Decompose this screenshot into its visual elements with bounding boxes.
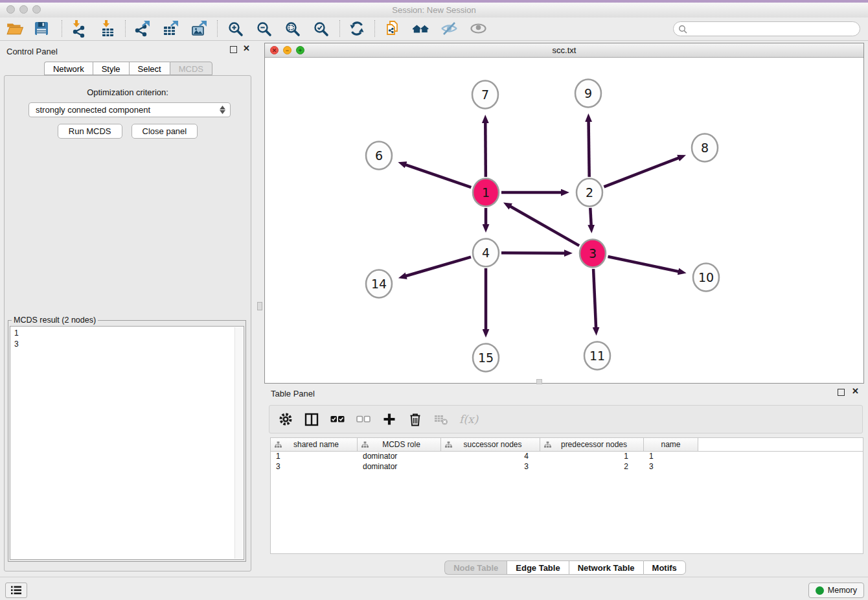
import-table-button[interactable] xyxy=(95,18,120,39)
close-table-panel-icon[interactable]: ✕ xyxy=(852,387,859,395)
memory-button[interactable]: Memory xyxy=(808,583,864,598)
graph-edge-3-11[interactable] xyxy=(593,269,596,328)
column-type-icon xyxy=(544,441,551,448)
graph-edge-2-3[interactable] xyxy=(590,208,591,225)
status-bar: Memory xyxy=(0,577,868,600)
table-toolbar: f(x) xyxy=(269,405,863,433)
duplicate-network-icon xyxy=(384,20,401,37)
zoom-in-button[interactable] xyxy=(223,18,247,39)
float-table-panel-icon[interactable] xyxy=(838,389,845,397)
graph-node-label: 1 xyxy=(482,185,490,200)
table-settings-button[interactable] xyxy=(278,411,293,427)
select-all-button[interactable] xyxy=(330,411,345,427)
search-field[interactable] xyxy=(673,21,860,36)
export-network-button[interactable] xyxy=(130,18,154,39)
toolbar-separator xyxy=(125,20,126,37)
column-header-successor-nodes[interactable]: successor nodes xyxy=(441,438,540,452)
graph-node-label: 8 xyxy=(701,141,709,155)
deselect-all-button[interactable] xyxy=(356,411,371,427)
tab-motifs[interactable]: Motifs xyxy=(643,560,686,575)
vertical-splitter-handle[interactable] xyxy=(257,302,262,310)
task-history-button[interactable] xyxy=(5,583,27,598)
criterion-dropdown[interactable]: strongly connected component xyxy=(29,102,231,117)
delete-column-button[interactable] xyxy=(407,411,423,427)
network-window-titlebar[interactable]: ✕ − + scc.txt xyxy=(265,43,863,58)
graph-node-label: 6 xyxy=(375,148,383,163)
trash-icon xyxy=(409,413,422,426)
zoom-out-button[interactable] xyxy=(251,18,276,39)
checked-boxes-icon xyxy=(330,415,345,424)
column-header-shared-name[interactable]: shared name xyxy=(271,438,358,452)
refresh-button[interactable] xyxy=(345,18,369,39)
node-table[interactable]: shared name MCDS role successor nodes pr… xyxy=(270,437,863,554)
memory-label: Memory xyxy=(828,586,857,595)
result-scrollbar[interactable] xyxy=(234,327,243,559)
import-table-icon xyxy=(99,19,117,38)
open-session-button[interactable] xyxy=(3,18,27,39)
graph-edge-3-1[interactable] xyxy=(510,206,579,246)
mcds-result-legend: MCDS result (2 nodes) xyxy=(12,316,98,325)
mcds-result-textarea[interactable]: 1 3 xyxy=(10,326,244,560)
graph-edge-2-8[interactable] xyxy=(604,158,679,187)
control-panel-tabs: Network Style Select MCDS xyxy=(0,62,257,75)
close-panel-button[interactable]: Close panel xyxy=(131,124,198,139)
tab-select[interactable]: Select xyxy=(129,62,170,75)
show-columns-button[interactable] xyxy=(304,411,319,427)
column-type-icon xyxy=(275,441,282,448)
zoom-selected-button[interactable] xyxy=(308,18,333,39)
cell-mcds-role: dominator xyxy=(358,452,441,462)
hide-selected-button[interactable] xyxy=(437,18,461,39)
tab-network-table[interactable]: Network Table xyxy=(569,560,643,575)
table-row[interactable]: 1 dominator 4 1 1 xyxy=(271,452,863,462)
graph-node-label: 9 xyxy=(584,86,592,100)
horizontal-splitter-handle[interactable] xyxy=(536,379,542,384)
gear-icon xyxy=(279,412,293,426)
graph-node-label: 14 xyxy=(371,277,387,291)
tab-node-table[interactable]: Node Table xyxy=(444,560,507,575)
column-header-predecessor-nodes[interactable]: predecessor nodes xyxy=(540,438,644,452)
column-header-name[interactable]: name xyxy=(644,438,698,452)
table-row[interactable]: 3 dominator 3 2 3 xyxy=(271,462,863,472)
delete-table-icon xyxy=(434,413,448,425)
duplicate-network-button[interactable] xyxy=(380,18,405,39)
cell-mcds-role: dominator xyxy=(358,462,441,472)
tab-network[interactable]: Network xyxy=(44,62,93,75)
show-all-button[interactable] xyxy=(466,18,490,39)
toolbar-separator xyxy=(374,20,375,37)
float-panel-icon[interactable] xyxy=(230,46,237,54)
control-panel: Control Panel ✕ Network Style Select MCD… xyxy=(0,40,257,577)
run-mcds-button[interactable]: Run MCDS xyxy=(58,124,122,139)
graph-edge-1-7[interactable] xyxy=(485,122,486,177)
export-image-icon xyxy=(190,20,208,38)
cell-shared-name: 1 xyxy=(271,452,358,462)
search-input[interactable] xyxy=(690,24,860,34)
graph-node-label: 4 xyxy=(482,246,490,260)
tab-edge-table[interactable]: Edge Table xyxy=(507,560,568,575)
graph-edge-2-9[interactable] xyxy=(589,121,589,177)
home-layout-button[interactable] xyxy=(408,18,433,39)
export-image-button[interactable] xyxy=(187,18,211,39)
graph-node-label: 10 xyxy=(698,270,714,284)
zoom-fit-button[interactable] xyxy=(280,18,304,39)
column-header-mcds-role[interactable]: MCDS role xyxy=(358,438,441,452)
graph-edge-3-10[interactable] xyxy=(608,257,678,271)
close-panel-icon[interactable]: ✕ xyxy=(243,45,250,52)
graph-edge-1-6[interactable] xyxy=(405,165,472,187)
tab-style[interactable]: Style xyxy=(93,62,129,75)
export-table-button[interactable] xyxy=(158,18,183,39)
cell-predecessor-nodes: 1 xyxy=(540,452,644,462)
network-graph-canvas[interactable]: 7968124314101511 xyxy=(265,58,863,383)
result-line: 3 xyxy=(14,339,240,350)
tab-mcds[interactable]: MCDS xyxy=(170,62,212,75)
zoom-selected-icon xyxy=(313,21,329,37)
toolbar-separator xyxy=(339,20,340,37)
graph-edge-4-3[interactable] xyxy=(501,253,565,253)
save-session-button[interactable] xyxy=(29,18,54,39)
graph-edge-4-14[interactable] xyxy=(405,257,471,276)
graph-node-label: 11 xyxy=(589,349,605,363)
create-column-button[interactable] xyxy=(382,411,397,427)
import-network-button[interactable] xyxy=(66,18,91,39)
table-header-filler xyxy=(698,438,863,452)
export-network-icon xyxy=(133,20,151,38)
result-line: 1 xyxy=(14,328,240,339)
